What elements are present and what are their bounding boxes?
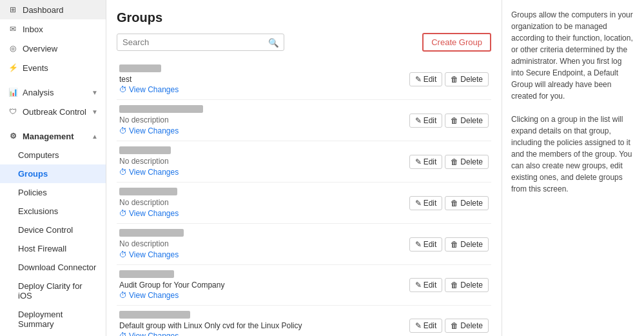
delete-button[interactable]: 🗑 Delete (445, 278, 489, 292)
sidebar-item-label: Groups (18, 169, 48, 179)
view-changes-link[interactable]: ⏱ View Changes (119, 291, 409, 300)
view-changes-link[interactable]: ⏱ View Changes (119, 331, 409, 336)
sidebar-item-label: Overview (23, 44, 57, 54)
sidebar-item-deploy-clarity[interactable]: Deploy Clarity for iOS (0, 277, 106, 305)
sidebar-item-label: Management (23, 132, 73, 141)
group-description: No description (119, 198, 409, 207)
sidebar-item-inbox[interactable]: ✉ Inbox (0, 19, 106, 39)
management-icon: ⚙ (8, 131, 18, 141)
chevron-down-icon: ▼ (92, 89, 98, 96)
refresh-icon: ⏱ (119, 85, 127, 94)
group-row: test ⏱ View Changes ✎ Edit 🗑 (119, 64, 489, 94)
create-group-button[interactable]: Create Group (422, 33, 491, 52)
edit-button[interactable]: ✎ Edit (409, 237, 443, 252)
sidebar-item-overview[interactable]: ◎ Overview (0, 39, 106, 58)
group-row: Audit Group for Your Company ⏱ View Chan… (119, 270, 489, 300)
groups-panel: Groups 🔍 Create Group test (106, 0, 502, 336)
sidebar-item-label: Download Connector (18, 262, 96, 272)
group-item: test ⏱ View Changes ✎ Edit 🗑 (117, 59, 491, 100)
inbox-icon: ✉ (8, 24, 18, 34)
group-label: Audit Group for Your Company (119, 281, 409, 290)
group-item: No description ⏱ View Changes ✎ Edit 🗑 D… (117, 183, 491, 224)
edit-button[interactable]: ✎ Edit (409, 72, 443, 86)
sidebar-item-outbreak-control[interactable]: 🛡 Outbreak Control ▼ (0, 102, 106, 121)
clock-icon: ⏱ (119, 168, 127, 177)
main-content: Groups 🔍 Create Group test (106, 0, 644, 336)
view-changes-link[interactable]: ⏱ View Changes (119, 250, 409, 259)
sidebar-item-label: Outbreak Control (23, 107, 86, 117)
group-name-bar (119, 229, 184, 237)
view-changes-link[interactable]: ⏱ View Changes (119, 85, 409, 94)
group-actions: ✎ Edit 🗑 Delete (409, 319, 489, 333)
search-button[interactable]: 🔍 (264, 36, 283, 48)
group-item: No description ⏱ View Changes ✎ Edit 🗑 (117, 100, 491, 141)
events-icon: ⚡ (8, 63, 18, 73)
sidebar-item-label: Analysis (23, 88, 54, 97)
group-row: No description ⏱ View Changes ✎ Edit 🗑 D… (119, 229, 489, 259)
edit-button[interactable]: ✎ Edit (409, 196, 443, 210)
sidebar-item-label: Deployment Summary (18, 310, 98, 329)
sidebar-item-dashboard[interactable]: ⊞ Dashboard (0, 0, 106, 19)
sidebar-item-device-control[interactable]: Device Control (0, 221, 106, 239)
sidebar-item-events[interactable]: ⚡ Events (0, 58, 106, 77)
sidebar-item-policies[interactable]: Policies (0, 183, 106, 202)
sidebar-item-label: Host Firewall (18, 244, 66, 253)
edit-button[interactable]: ✎ Edit (409, 155, 443, 169)
page-title: Groups (117, 10, 491, 25)
delete-button[interactable]: 🗑 Delete (445, 196, 489, 210)
edit-icon: ✎ (415, 116, 422, 125)
sidebar-item-deployment-summary[interactable]: Deployment Summary (0, 305, 106, 333)
group-row: Default group with Linux Only cvd for th… (119, 311, 489, 336)
group-item: No description ⏱ View Changes ✎ Edit 🗑 D… (117, 141, 491, 183)
clock-icon: ⏱ (119, 250, 127, 259)
sidebar-item-host-firewall[interactable]: Host Firewall (0, 239, 106, 258)
edit-button[interactable]: ✎ Edit (409, 278, 443, 292)
sidebar-item-computers[interactable]: Computers (0, 146, 106, 164)
sidebar-item-av-definition[interactable]: AV Definition Summary (0, 333, 106, 336)
group-left: test ⏱ View Changes (119, 64, 409, 94)
sidebar-item-label: Dashboard (23, 5, 64, 15)
chevron-down-icon: ▼ (92, 108, 98, 115)
group-description: No description (119, 115, 409, 124)
sidebar-item-label: Inbox (23, 25, 43, 34)
delete-button[interactable]: 🗑 Delete (445, 155, 489, 169)
search-row: 🔍 Create Group (117, 33, 491, 52)
sidebar-item-label: Exclusions (18, 206, 58, 216)
group-label: Default group with Linux Only cvd for th… (119, 321, 409, 330)
group-name-bar (119, 105, 203, 113)
group-actions: ✎ Edit 🗑 Delete (409, 72, 489, 86)
sidebar-item-exclusions[interactable]: Exclusions (0, 202, 106, 221)
edit-button[interactable]: ✎ Edit (409, 319, 443, 333)
view-changes-link[interactable]: ⏱ View Changes (119, 209, 409, 218)
info-text: Groups allow the computers in your organ… (511, 9, 635, 195)
delete-button[interactable]: 🗑 Delete (445, 114, 489, 128)
sidebar-item-analysis[interactable]: 📊 Analysis ▼ (0, 83, 106, 102)
search-icon: 🔍 (268, 37, 279, 47)
delete-button[interactable]: 🗑 Delete (445, 237, 489, 252)
group-left: No description ⏱ View Changes (119, 188, 409, 218)
sidebar-item-download-connector[interactable]: Download Connector (0, 258, 106, 277)
group-actions: ✎ Edit 🗑 Delete (409, 278, 489, 292)
clock-icon: ⏱ (119, 209, 127, 218)
outbreak-icon: 🛡 (8, 106, 18, 117)
group-description: No description (119, 157, 409, 166)
view-changes-link[interactable]: ⏱ View Changes (119, 168, 409, 177)
delete-button[interactable]: 🗑 Delete (445, 72, 489, 86)
view-changes-link[interactable]: ⏱ View Changes (119, 126, 409, 135)
clock-icon: ⏱ (119, 331, 127, 336)
delete-button[interactable]: 🗑 Delete (445, 319, 489, 333)
analysis-icon: 📊 (8, 87, 18, 97)
sidebar-item-management[interactable]: ⚙ Management ▲ (0, 126, 106, 146)
sidebar-item-groups[interactable]: Groups (0, 164, 106, 183)
group-left: Audit Group for Your Company ⏱ View Chan… (119, 270, 409, 300)
group-item: Default group with Linux Only cvd for th… (117, 306, 491, 336)
edit-button[interactable]: ✎ Edit (409, 114, 443, 128)
group-row: No description ⏱ View Changes ✎ Edit 🗑 D… (119, 188, 489, 218)
group-left: No description ⏱ View Changes (119, 105, 409, 135)
sidebar-item-label: Computers (18, 150, 59, 160)
clock-icon: ⏱ (119, 126, 127, 135)
group-name-bar (119, 188, 177, 195)
group-name-bar (119, 146, 171, 154)
group-left: No description ⏱ View Changes (119, 146, 409, 177)
search-input[interactable] (117, 34, 284, 51)
